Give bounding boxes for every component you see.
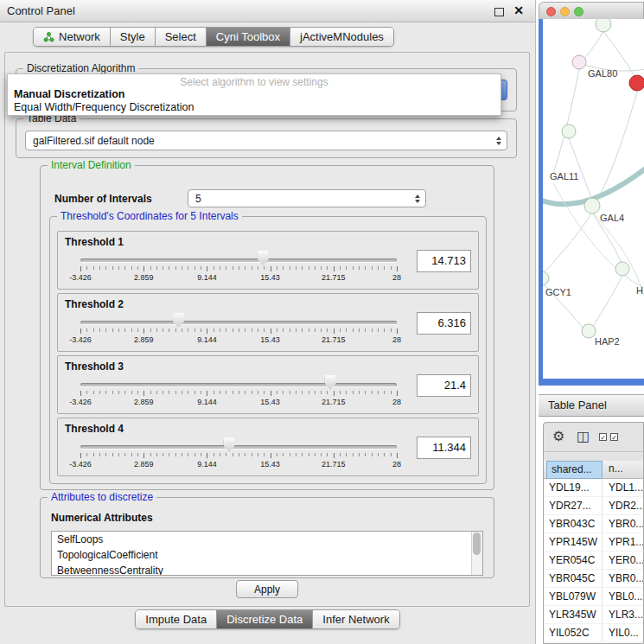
- control-panel-titlebar[interactable]: Control Panel ✕: [0, 0, 535, 22]
- zoom-traffic-light-icon[interactable]: [574, 7, 583, 16]
- slider-tick-label: 28: [392, 335, 401, 344]
- cell-name[interactable]: YER0...: [603, 552, 643, 569]
- slider-ticks: [80, 453, 398, 456]
- tab-network[interactable]: Network: [34, 28, 110, 46]
- close-icon[interactable]: ✕: [513, 3, 524, 17]
- network-node[interactable]: [562, 124, 576, 138]
- network-node[interactable]: [543, 271, 549, 285]
- table-row[interactable]: YDR27...YDR2...: [544, 497, 643, 515]
- table-row[interactable]: YIL052CYIL0...: [544, 624, 643, 642]
- threshold-value-field[interactable]: 14.713: [417, 250, 471, 272]
- table-row[interactable]: YBR045CYBR0...: [544, 570, 643, 588]
- attribute-list-item[interactable]: SelfLoops: [52, 532, 482, 547]
- float-window-icon[interactable]: [494, 8, 504, 16]
- attribute-list-item[interactable]: TopologicalCoefficient: [52, 547, 482, 563]
- table-row[interactable]: YDL19...YDL1...: [544, 479, 643, 497]
- threshold-value-field[interactable]: 6.316: [417, 312, 471, 335]
- cell-shared-name[interactable]: YPR145W: [544, 533, 603, 551]
- cell-shared-name[interactable]: YBR043C: [544, 515, 603, 532]
- cell-shared-name[interactable]: YBL079W: [544, 588, 603, 605]
- tab-select[interactable]: Select: [155, 28, 206, 46]
- network-edge[interactable]: [582, 31, 603, 62]
- network-edge[interactable]: [569, 138, 593, 202]
- cell-shared-name[interactable]: YDL19...: [544, 479, 603, 496]
- cell-name[interactable]: YPR1...: [603, 533, 643, 551]
- network-window-titlebar[interactable]: [539, 2, 644, 19]
- slider-thumb[interactable]: [258, 251, 269, 265]
- threshold-label: Threshold 4: [65, 423, 124, 435]
- threshold-value-field[interactable]: 11.344: [417, 437, 471, 459]
- dropdown-option-equal-width[interactable]: Equal Width/Frequency Discretization: [14, 101, 194, 113]
- cyni-bottom-tabs: Impute Data Discretize Data Infer Networ…: [135, 609, 399, 629]
- table-row[interactable]: YPR145WYPR1...: [544, 533, 643, 552]
- cell-name[interactable]: YBR0...: [603, 515, 643, 532]
- cell-shared-name[interactable]: YBR045C: [544, 570, 603, 587]
- slider-track[interactable]: [80, 383, 397, 386]
- tab-style[interactable]: Style: [110, 28, 155, 46]
- network-node[interactable]: [629, 75, 644, 91]
- threshold-label: Threshold 3: [65, 360, 124, 373]
- scrollbar-thumb[interactable]: [473, 532, 481, 555]
- cell-name[interactable]: YDR2...: [603, 497, 643, 514]
- slider-track[interactable]: [80, 258, 397, 262]
- network-edge[interactable]: [591, 276, 622, 328]
- table-row[interactable]: YBL079WYBL0...: [544, 588, 643, 606]
- slider-thumb[interactable]: [224, 437, 235, 452]
- cell-shared-name[interactable]: YER054C: [544, 552, 603, 569]
- dropdown-option-manual-discretization[interactable]: Manual Discretization: [14, 88, 125, 100]
- cell-name[interactable]: YLR3...: [603, 606, 643, 623]
- apply-button[interactable]: Apply: [236, 580, 298, 598]
- network-node[interactable]: [572, 55, 586, 69]
- attributes-scrollbar[interactable]: [471, 532, 482, 575]
- select-all-checkbox-icon[interactable]: ✓: [599, 433, 607, 441]
- table-panel-title: Table Panel: [548, 395, 607, 416]
- cell-name[interactable]: YBL0...: [603, 588, 643, 605]
- slider-thumb[interactable]: [173, 313, 184, 328]
- cell-name[interactable]: YIL0...: [603, 624, 643, 641]
- tab-discretize-data[interactable]: Discretize Data: [216, 610, 312, 628]
- network-node[interactable]: [584, 198, 600, 214]
- slider-tick-label: -3.426: [69, 460, 92, 469]
- network-canvas[interactable]: GAL80GAL11GAL4GCY1HAP2H: [543, 19, 644, 379]
- cell-name[interactable]: YDL1...: [603, 479, 643, 496]
- table-row[interactable]: YER054CYER0...: [544, 552, 643, 570]
- gear-icon[interactable]: ⚙: [552, 430, 564, 443]
- minimize-traffic-light-icon[interactable]: [560, 7, 570, 16]
- numerical-attributes-list[interactable]: SelfLoopsTopologicalCoefficientBetweenne…: [51, 531, 483, 576]
- slider-track[interactable]: [80, 321, 397, 324]
- cell-shared-name[interactable]: YLR345W: [544, 606, 603, 623]
- threshold-label: Threshold 2: [65, 298, 124, 310]
- tab-cyni-toolbox[interactable]: Cyni Toolbox: [206, 28, 290, 46]
- tab-label: Network: [59, 30, 100, 43]
- table-row[interactable]: YBR043CYBR0...: [544, 515, 643, 533]
- column-header-shared-name[interactable]: shared...: [546, 461, 603, 479]
- threshold-value-field[interactable]: 21.4: [417, 374, 471, 397]
- network-node[interactable]: [582, 324, 596, 338]
- cell-name[interactable]: YBR0...: [603, 570, 643, 587]
- slider-thumb[interactable]: [325, 375, 336, 390]
- close-traffic-light-icon[interactable]: [546, 7, 556, 16]
- tab-label: Style: [120, 30, 145, 43]
- cell-shared-name[interactable]: YIL052C: [544, 624, 603, 641]
- slider-track[interactable]: [80, 445, 397, 449]
- network-node[interactable]: [596, 19, 611, 32]
- cell-shared-name[interactable]: YDR27...: [544, 497, 603, 514]
- slider-tick-label: 21.715: [322, 398, 346, 406]
- table-data-combo[interactable]: galFiltered.sif default node: [25, 131, 507, 150]
- table-browser-window: ⚙ ◫ ✓ ✓ shared... n... YDL19...YDL1...YD…: [543, 422, 644, 644]
- number-of-intervals-combo[interactable]: 5: [188, 189, 426, 207]
- tab-impute-data[interactable]: Impute Data: [136, 610, 216, 628]
- network-edge[interactable]: [543, 214, 591, 277]
- network-edge[interactable]: [596, 92, 637, 201]
- table-row[interactable]: YLR345WYLR3...: [544, 606, 643, 624]
- table-panel-bar[interactable]: Table Panel: [539, 394, 644, 417]
- threshold-panel-3: Threshold 3-3.4262.8599.14415.4321.71528…: [57, 355, 479, 414]
- columns-icon[interactable]: ◫: [577, 430, 590, 443]
- tab-jactivemnodules[interactable]: jActiveMNodules: [290, 28, 393, 46]
- column-header-name[interactable]: n...: [604, 461, 644, 479]
- tab-infer-network[interactable]: Infer Network: [312, 610, 399, 628]
- network-node[interactable]: [615, 262, 629, 276]
- attribute-list-item[interactable]: BetweennessCentrality: [52, 563, 482, 576]
- network-edge[interactable]: [553, 69, 579, 173]
- select-columns-checkbox-icon[interactable]: ✓: [610, 433, 618, 441]
